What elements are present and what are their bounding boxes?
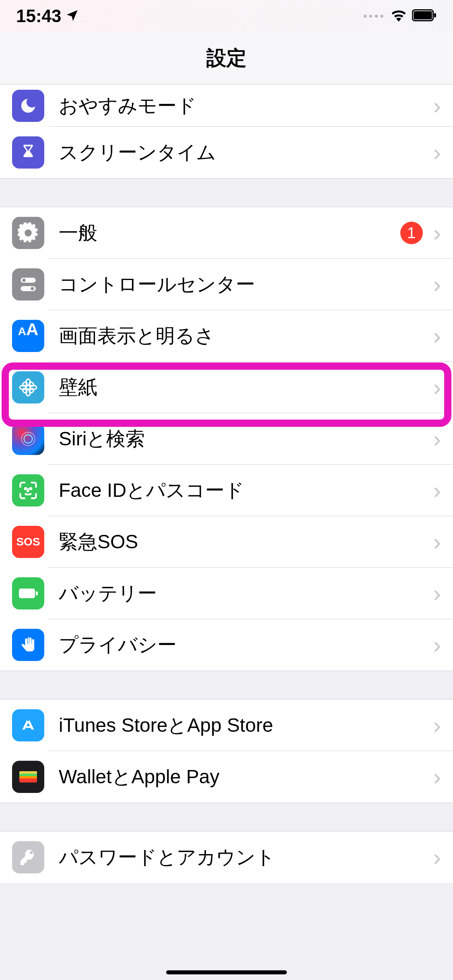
- wallet-icon: [12, 761, 44, 793]
- chevron-right-icon: ›: [433, 221, 441, 245]
- chevron-right-icon: ›: [433, 479, 441, 502]
- flower-icon: [12, 371, 44, 404]
- chevron-right-icon: ›: [433, 582, 441, 605]
- svg-point-6: [31, 287, 34, 290]
- row-siri[interactable]: Siriと検索 ›: [0, 413, 453, 465]
- svg-rect-2: [434, 13, 436, 17]
- key-icon: [12, 841, 44, 873]
- chevron-right-icon: ›: [433, 765, 441, 789]
- row-control-center[interactable]: コントロールセンター ›: [0, 259, 453, 310]
- row-privacy[interactable]: プライバシー ›: [0, 619, 453, 671]
- row-label: バッテリー: [59, 581, 432, 606]
- row-label: プライバシー: [59, 632, 432, 658]
- sos-icon: SOS: [12, 526, 44, 558]
- row-label: Siriと検索: [59, 426, 432, 452]
- row-label: パスワードとアカウント: [59, 844, 432, 870]
- settings-group: 一般 1 › コントロールセンター › AA 画面表示と明るさ › 壁紙 ›: [0, 207, 453, 671]
- signal-dots-icon: ••••: [363, 10, 385, 23]
- wifi-icon: [390, 9, 407, 23]
- row-wallet[interactable]: WalletとApple Pay ›: [0, 751, 453, 803]
- settings-list[interactable]: おやすみモード › スクリーンタイム › 一般 1 › コントロールセンター ›: [0, 84, 453, 883]
- face-id-icon: [12, 474, 44, 506]
- svg-point-12: [22, 381, 28, 387]
- chevron-right-icon: ›: [433, 273, 441, 296]
- settings-group: パスワードとアカウント ›: [0, 831, 453, 883]
- svg-point-4: [22, 278, 25, 282]
- row-passwords[interactable]: パスワードとアカウント ›: [0, 832, 453, 883]
- row-itunes[interactable]: iTunes StoreとApp Store ›: [0, 700, 453, 751]
- row-screentime[interactable]: スクリーンタイム ›: [0, 127, 453, 178]
- svg-point-19: [30, 488, 31, 489]
- row-label: 壁紙: [59, 375, 432, 400]
- siri-icon: [12, 423, 44, 455]
- settings-group: おやすみモード › スクリーンタイム ›: [0, 84, 453, 179]
- svg-rect-25: [19, 778, 37, 782]
- text-size-icon: AA: [12, 320, 44, 352]
- chevron-right-icon: ›: [433, 427, 441, 451]
- status-bar: 15:43 ••••: [0, 0, 453, 32]
- svg-point-16: [21, 432, 35, 445]
- chevron-right-icon: ›: [433, 141, 441, 164]
- svg-rect-1: [414, 11, 432, 20]
- row-label: 画面表示と明るさ: [59, 323, 432, 349]
- row-label: iTunes StoreとApp Store: [59, 712, 432, 738]
- hourglass-icon: [12, 136, 44, 169]
- row-label: 一般: [59, 220, 400, 246]
- chevron-right-icon: ›: [433, 846, 441, 869]
- row-label: コントロールセンター: [59, 272, 432, 297]
- page-title: 設定: [0, 32, 453, 84]
- row-label: Face IDとパスコード: [59, 478, 432, 503]
- row-battery[interactable]: バッテリー ›: [0, 568, 453, 619]
- row-label: 緊急SOS: [59, 529, 432, 555]
- gear-icon: [12, 217, 44, 249]
- row-label: おやすみモード: [59, 93, 432, 119]
- chevron-right-icon: ›: [433, 714, 441, 737]
- row-label: WalletとApple Pay: [59, 764, 432, 790]
- chevron-right-icon: ›: [433, 633, 441, 657]
- row-dnd[interactable]: おやすみモード ›: [0, 84, 453, 127]
- appstore-icon: [12, 709, 44, 741]
- hand-icon: [12, 629, 44, 661]
- battery-icon: [12, 577, 44, 609]
- chevron-right-icon: ›: [433, 324, 441, 348]
- svg-rect-20: [19, 589, 35, 598]
- svg-rect-21: [36, 591, 38, 595]
- chevron-right-icon: ›: [433, 376, 441, 399]
- location-icon: [66, 6, 79, 26]
- notification-badge: 1: [400, 222, 423, 244]
- row-faceid[interactable]: Face IDとパスコード ›: [0, 465, 453, 516]
- toggles-icon: [12, 268, 44, 301]
- home-indicator[interactable]: [166, 970, 287, 974]
- row-display[interactable]: AA 画面表示と明るさ ›: [0, 310, 453, 362]
- svg-point-17: [24, 435, 33, 443]
- row-label: スクリーンタイム: [59, 140, 432, 165]
- svg-point-13: [29, 381, 35, 387]
- settings-group: iTunes StoreとApp Store › WalletとApple Pa…: [0, 699, 453, 803]
- row-sos[interactable]: SOS 緊急SOS ›: [0, 516, 453, 568]
- row-wallpaper[interactable]: 壁紙 ›: [0, 362, 453, 413]
- row-general[interactable]: 一般 1 ›: [0, 207, 453, 259]
- svg-point-15: [29, 388, 35, 394]
- battery-icon: [412, 9, 437, 23]
- moon-icon: [12, 90, 44, 122]
- status-left: 15:43: [16, 6, 79, 26]
- chevron-right-icon: ›: [433, 94, 441, 117]
- svg-point-18: [25, 488, 26, 489]
- status-right: ••••: [363, 9, 437, 23]
- svg-point-14: [22, 388, 28, 394]
- chevron-right-icon: ›: [433, 530, 441, 554]
- status-time: 15:43: [16, 6, 62, 26]
